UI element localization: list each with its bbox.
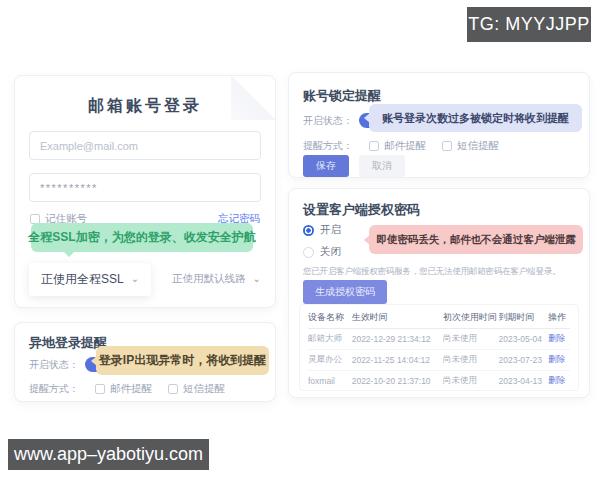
radio-unselected-icon[interactable] <box>303 247 314 258</box>
watermark-url: www.app–yabotiyu.com <box>8 439 209 470</box>
sms-alert-label: 短信提醒 <box>183 382 225 396</box>
connection-row: 正使用全程SSL ⌄ 正使用默认线路 ⌄ <box>29 264 261 294</box>
remote-login-panel: 异地登录提醒 开启状态： 登录IP出现异常时，将收到提醒 提醒方式： 邮件提醒 … <box>14 322 276 402</box>
auth-password-table: 设备名称 生效时间 初次使用时间 到期时间 操作 邮箱大师 2022-12-29… <box>299 304 579 391</box>
cell-device: 邮箱大师 <box>308 329 352 349</box>
generate-password-button[interactable]: 生成授权密码 <box>303 280 387 304</box>
checkbox-icon <box>442 141 452 151</box>
route-dropdown-label: 正使用默认线路 <box>172 272 246 286</box>
sms-alert-label: 短信提醒 <box>457 139 499 153</box>
login-title: 邮箱账号登录 <box>15 96 275 117</box>
mail-alert-checkbox[interactable]: 邮件提醒 <box>369 139 426 153</box>
tooltip-arrow-icon <box>63 251 75 257</box>
client-password-panel: 设置客户端授权密码 开启 即使密码丢失，邮件也不会通过客户端泄露 关闭 您已开启… <box>288 188 590 398</box>
cell-effective: 2022-12-29 21:34:12 <box>352 330 443 348</box>
col-action: 操作 <box>548 306 570 328</box>
status-label: 开启状态： <box>303 114 353 128</box>
radio-on-row: 开启 <box>303 223 341 237</box>
chevron-down-icon: ⌄ <box>131 277 139 281</box>
client-panel-title: 设置客户端授权密码 <box>303 201 420 219</box>
col-effective: 生效时间 <box>352 306 443 328</box>
ssl-dropdown[interactable]: 正使用全程SSL ⌄ <box>29 263 151 296</box>
radio-off-label: 关闭 <box>320 245 341 259</box>
radio-on-label: 开启 <box>320 223 341 237</box>
ssl-tooltip: 全程SSL加密，为您的登录、收发安全护航 <box>31 223 253 252</box>
client-note: 您已开启客户端授权密码服务，您已无法使用邮箱密码在客户端登录。 <box>303 266 579 278</box>
table-row: foxmail 2022-10-20 21:37:10 尚未使用 2023-04… <box>308 371 570 391</box>
table-row: 邮箱大师 2022-12-29 21:34:12 尚未使用 2023-05-04… <box>308 329 570 350</box>
lock-tooltip: 账号登录次数过多被锁定时将收到提醒 <box>369 104 582 132</box>
cell-expire: 2023-07-23 <box>499 351 549 369</box>
delete-link[interactable]: 删除 <box>548 329 570 349</box>
email-field[interactable] <box>29 131 261 160</box>
status-label: 开启状态： <box>29 358 79 372</box>
cell-effective: 2022-10-20 21:37:10 <box>352 372 443 390</box>
sms-alert-checkbox[interactable]: 短信提醒 <box>442 139 499 153</box>
sms-alert-checkbox[interactable]: 短信提醒 <box>168 382 225 396</box>
save-button[interactable]: 保存 <box>303 155 349 177</box>
table-row: 灵犀办公 2022-11-25 14:04:12 尚未使用 2023-07-23… <box>308 350 570 371</box>
cancel-button[interactable]: 取消 <box>359 155 405 177</box>
delete-link[interactable]: 删除 <box>548 350 570 370</box>
checkbox-icon <box>95 384 105 394</box>
lock-buttons-row: 保存 取消 <box>303 155 405 177</box>
chevron-down-icon: ⌄ <box>253 277 261 281</box>
lock-panel-title: 账号锁定提醒 <box>303 87 381 105</box>
col-first-use: 初次使用时间 <box>443 306 499 328</box>
cell-first-use: 尚未使用 <box>443 329 499 349</box>
client-tooltip: 即使密码丢失，邮件也不会通过客户端泄露 <box>369 225 583 254</box>
method-label: 提醒方式： <box>29 382 79 396</box>
radio-off-row: 关闭 <box>303 245 341 259</box>
table-header-row: 设备名称 生效时间 初次使用时间 到期时间 操作 <box>308 306 570 329</box>
radio-selected-icon[interactable] <box>303 225 314 236</box>
method-label: 提醒方式： <box>303 139 353 153</box>
password-field[interactable] <box>29 173 261 202</box>
cell-device: 灵犀办公 <box>308 350 352 370</box>
col-device: 设备名称 <box>308 306 352 328</box>
route-dropdown[interactable]: 正使用默认线路 ⌄ <box>172 268 261 290</box>
delete-link[interactable]: 删除 <box>548 371 570 391</box>
page: TG: MYYJJPP www.app–yabotiyu.com 邮箱账号登录 … <box>0 0 600 480</box>
cell-first-use: 尚未使用 <box>443 350 499 370</box>
ssl-dropdown-label: 正使用全程SSL <box>41 271 124 288</box>
checkbox-icon <box>168 384 178 394</box>
account-lock-panel: 账号锁定提醒 开启状态： 账号登录次数过多被锁定时将收到提醒 提醒方式： 邮件提… <box>288 72 590 178</box>
cell-device: foxmail <box>308 372 352 390</box>
checkbox-icon <box>369 141 379 151</box>
mail-alert-label: 邮件提醒 <box>384 139 426 153</box>
col-expire: 到期时间 <box>499 306 549 328</box>
mail-alert-checkbox[interactable]: 邮件提醒 <box>95 382 152 396</box>
lock-methods-row: 提醒方式： 邮件提醒 短信提醒 <box>303 139 499 153</box>
cell-first-use: 尚未使用 <box>443 371 499 391</box>
login-panel: 邮箱账号登录 记住账号 忘记密码 全程SSL加密，为您的登录、收发安全护航 正使… <box>14 75 276 308</box>
mail-alert-label: 邮件提醒 <box>110 382 152 396</box>
remote-methods-row: 提醒方式： 邮件提醒 短信提醒 <box>29 382 225 396</box>
cell-effective: 2022-11-25 14:04:12 <box>352 351 443 369</box>
remote-tooltip: 登录IP出现异常时，将收到提醒 <box>96 346 269 375</box>
ssl-tooltip-text: 全程SSL加密，为您的登录、收发安全护航 <box>28 229 255 246</box>
lock-tooltip-text: 账号登录次数过多被锁定时将收到提醒 <box>382 111 569 126</box>
cell-expire: 2023-05-04 <box>499 330 549 348</box>
tg-contact-badge: TG: MYYJJPP <box>467 7 591 42</box>
cell-expire: 2023-04-13 <box>499 372 549 390</box>
remote-tooltip-text: 登录IP出现异常时，将收到提醒 <box>99 352 266 369</box>
client-tooltip-text: 即使密码丢失，邮件也不会通过客户端泄露 <box>376 233 576 247</box>
